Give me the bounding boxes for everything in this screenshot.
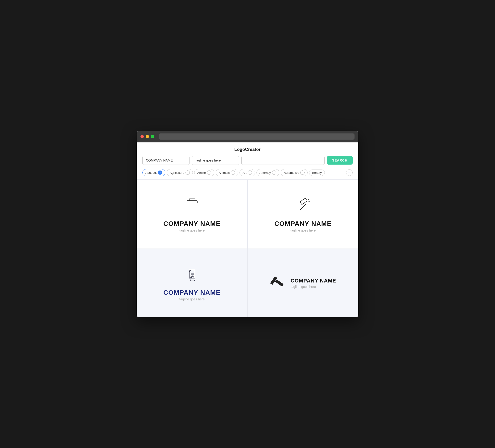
category-chip-agriculture[interactable]: Agriculture — [167, 169, 193, 176]
search-button[interactable]: SEARCH — [327, 156, 353, 165]
traffic-light-green[interactable] — [151, 135, 154, 138]
logo-icon-2 — [294, 196, 313, 216]
logo-2-tagline: tagline goes here — [290, 228, 316, 232]
category-label-abstract: Abstract — [145, 171, 157, 174]
logo-2-company-name: COMPANY NAME — [274, 220, 332, 227]
category-chip-automotive[interactable]: Automotive — [281, 169, 308, 176]
svg-line-6 — [309, 201, 310, 202]
traffic-light-yellow[interactable] — [146, 135, 149, 138]
logo-card-2[interactable]: COMPANY NAME tagline goes here — [248, 180, 358, 249]
category-label-airline: Airline — [197, 171, 206, 174]
svg-line-5 — [308, 199, 309, 200]
svg-line-7 — [307, 198, 307, 199]
category-chip-beauty[interactable]: Beauty — [309, 169, 325, 176]
check-icon-automotive — [300, 170, 304, 175]
category-chip-art[interactable]: Art — [239, 169, 255, 176]
logo-1-tagline: tagline goes here — [179, 228, 205, 232]
browser-titlebar — [137, 131, 358, 142]
check-icon-abstract: ✓ — [158, 170, 162, 175]
logo-3-tagline: tagline goes here — [179, 297, 205, 301]
search-bar: SEARCH — [137, 156, 358, 169]
category-chip-airline[interactable]: Airline — [194, 169, 214, 176]
logo-card-4[interactable]: COMPANY NAME tagline goes here — [248, 249, 358, 317]
category-label-beauty: Beauty — [312, 171, 321, 174]
svg-rect-11 — [275, 280, 284, 286]
logo-4-text: COMPANY NAME tagline goes here — [291, 278, 336, 289]
logo-3-company-name: COMPANY NAME — [163, 289, 221, 296]
category-label-agriculture: Agriculture — [170, 171, 184, 174]
check-icon-art — [248, 170, 252, 175]
category-bar: Abstract ✓ Agriculture Airline Animals A… — [137, 169, 358, 180]
app-title: LogoCreator — [137, 142, 358, 156]
category-label-attorney: Attorney — [260, 171, 271, 174]
logo-1-company-name: COMPANY NAME — [163, 220, 221, 227]
category-chip-abstract[interactable]: Abstract ✓ — [142, 169, 165, 176]
address-bar[interactable] — [159, 133, 355, 140]
traffic-light-red[interactable] — [140, 135, 144, 138]
browser-window: LogoCreator SEARCH Abstract ✓ Agricultur… — [137, 131, 358, 317]
category-next-button[interactable]: → — [346, 169, 353, 176]
check-icon-airline — [207, 170, 211, 175]
logo-grid: COMPANY NAME tagline goes here — [137, 180, 358, 317]
category-chip-attorney[interactable]: Attorney — [256, 169, 279, 176]
category-label-automotive: Automotive — [284, 171, 299, 174]
check-icon-agriculture — [186, 170, 190, 175]
logo-4-company-name: COMPANY NAME — [291, 278, 336, 284]
company-name-input[interactable] — [142, 156, 190, 165]
category-chip-animals[interactable]: Animals — [216, 169, 238, 176]
check-icon-attorney — [272, 170, 276, 175]
logo-4-tagline: tagline goes here — [291, 285, 336, 289]
check-icon-animals — [231, 170, 235, 175]
tagline-input[interactable] — [192, 156, 239, 165]
logo-icon-3 — [183, 265, 202, 285]
category-label-animals: Animals — [219, 171, 230, 174]
logo-card-1[interactable]: COMPANY NAME tagline goes here — [137, 180, 247, 249]
extra-input[interactable] — [241, 156, 325, 165]
logo-icon-1 — [183, 196, 202, 216]
svg-rect-3 — [300, 198, 307, 205]
logo-icon-4 — [270, 274, 286, 292]
logo-card-3[interactable]: COMPANY NAME tagline goes here — [137, 249, 247, 317]
category-label-art: Art — [243, 171, 247, 174]
svg-line-4 — [300, 204, 306, 210]
app-container: LogoCreator SEARCH Abstract ✓ Agricultur… — [137, 142, 358, 317]
